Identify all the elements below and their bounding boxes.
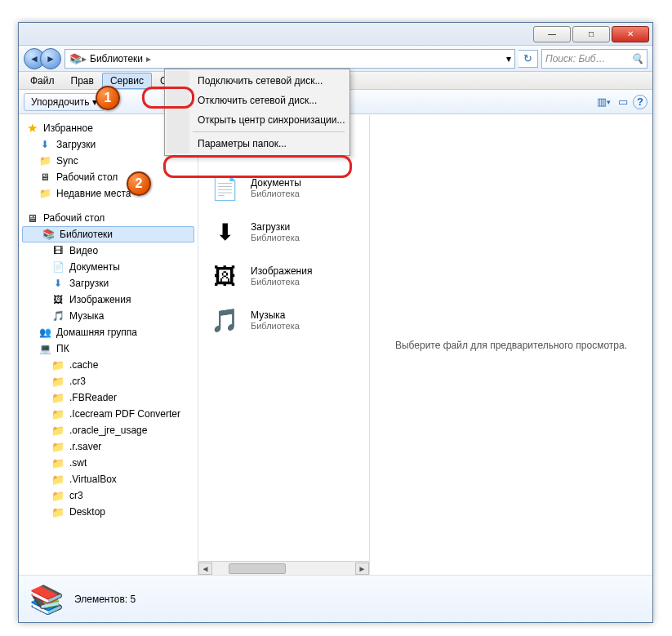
menu-edit[interactable]: Прав [63, 73, 102, 89]
help-button[interactable]: ? [633, 95, 648, 109]
item-sub: Библиотека [251, 189, 301, 198]
address-dropdown-icon[interactable]: ▾ [506, 53, 511, 64]
folder-icon [51, 424, 65, 437]
view-button[interactable]: ▥ ▾ [594, 93, 613, 111]
sidebar-item-libraries[interactable]: Библиотеки [22, 226, 194, 242]
menu-map-network-drive[interactable]: Подключить сетевой диск... [189, 71, 348, 91]
scroll-right-icon[interactable]: ► [355, 563, 369, 575]
titlebar: — □ ✕ [19, 23, 652, 46]
sidebar-item-recent[interactable]: Недавние места [19, 185, 198, 202]
download-icon [38, 138, 51, 151]
preview-text: Выберите файл для предварительного просм… [395, 340, 627, 351]
star-icon [25, 122, 38, 135]
folder-icon [38, 187, 51, 200]
sidebar-item-downloads2[interactable]: Загрузки [19, 275, 198, 291]
document-icon: 📄 [205, 171, 244, 205]
scroll-left-icon[interactable]: ◄ [198, 563, 212, 575]
menu-file[interactable]: Файл [22, 73, 63, 89]
download-icon: ⬇ [205, 215, 244, 249]
sidebar-item-pc[interactable]: ПК [19, 340, 198, 357]
folder-icon [51, 440, 65, 453]
breadcrumb[interactable]: Библиотеки [87, 53, 146, 64]
library-icon [42, 228, 55, 241]
folder-icon [51, 391, 65, 404]
content-pane: 🎞 ВидеоБиблиотека 📄 ДокументыБиблиотека … [198, 115, 370, 575]
menu-disconnect-network-drive[interactable]: Отключить сетевой диск... [189, 91, 348, 110]
search-input[interactable]: Поиск: Биб… 🔍 [541, 49, 648, 69]
menu-folder-options[interactable]: Параметры папок... [189, 134, 348, 153]
item-name: Музыка [251, 309, 300, 321]
image-icon: 🖼 [205, 259, 244, 293]
sidebar-item-folder[interactable]: .swt [19, 455, 198, 471]
service-dropdown: Подключить сетевой диск... Отключить сет… [164, 69, 350, 156]
marker-2: 2 [127, 171, 151, 196]
preview-pane-button[interactable]: ▭ [613, 93, 633, 111]
sidebar-item-folder[interactable]: cr3 [19, 487, 198, 504]
desktop-icon [25, 211, 38, 225]
homegroup-icon [38, 326, 51, 339]
horizontal-scrollbar[interactable]: ◄ ► [198, 561, 369, 575]
list-item[interactable]: ⬇ ЗагрузкиБиблиотека [202, 210, 366, 254]
scroll-thumb[interactable] [229, 563, 286, 574]
sidebar-item-folder[interactable]: .VirtualBox [19, 471, 198, 487]
list-item[interactable]: 📄 ДокументыБиблиотека [202, 166, 366, 210]
folder-icon [51, 358, 65, 371]
menu-open-sync-center[interactable]: Открыть центр синхронизации... [189, 110, 348, 130]
breadcrumb-sep: ▸ [146, 53, 151, 64]
item-name: Изображения [251, 265, 312, 277]
sidebar-item-folder[interactable]: .Icecream PDF Converter [19, 406, 198, 422]
preview-pane: Выберите файл для предварительного просм… [370, 115, 652, 575]
list-item[interactable]: 🎵 МузыкаБиблиотека [202, 298, 366, 342]
folder-icon [51, 489, 65, 502]
body: Избранное Загрузки Sync Рабочий стол Нед… [19, 114, 652, 575]
folder-icon [51, 456, 65, 469]
item-name: Документы [251, 177, 301, 189]
sidebar-item-folder[interactable]: .cache [19, 357, 198, 373]
item-name: Загрузки [251, 221, 300, 233]
sidebar-item-folder[interactable]: .oracle_jre_usage [19, 422, 198, 438]
document-icon [51, 260, 65, 274]
organize-label: Упорядочить [31, 96, 89, 108]
sidebar-item-homegroup[interactable]: Домашняя группа [19, 324, 198, 340]
menu-separator [193, 131, 345, 132]
sidebar-item-music[interactable]: Музыка [19, 308, 198, 324]
maximize-button[interactable]: □ [572, 26, 610, 42]
search-icon[interactable]: 🔍 [631, 53, 643, 64]
item-sub: Библиотека [251, 321, 300, 331]
forward-button[interactable]: ► [40, 48, 61, 69]
minimize-button[interactable]: — [533, 26, 571, 42]
library-icon: 📚 [27, 580, 66, 619]
organize-button[interactable]: Упорядочить ▾ [24, 93, 105, 111]
sidebar-item-folder[interactable]: Desktop [19, 504, 198, 520]
folder-icon [38, 154, 51, 167]
item-sub: Библиотека [251, 233, 300, 242]
details-bar: 📚 Элементов: 5 [19, 575, 652, 622]
sidebar-item-folder[interactable]: .FBReader [19, 389, 198, 406]
sidebar-item-desktop[interactable]: Рабочий стол [19, 169, 198, 185]
marker-1: 1 [96, 86, 120, 110]
folder-icon [51, 375, 65, 388]
folder-icon [51, 473, 65, 486]
sidebar-item-folder[interactable]: .cr3 [19, 373, 198, 389]
music-icon [51, 309, 65, 322]
refresh-button[interactable]: ↻ [518, 50, 538, 68]
search-placeholder: Поиск: Биб… [545, 53, 606, 64]
sidebar-item-documents[interactable]: Документы [19, 259, 198, 275]
close-button[interactable]: ✕ [612, 26, 649, 42]
sidebar-item-video[interactable]: Видео [19, 242, 198, 259]
desktop-title[interactable]: Рабочий стол [43, 212, 105, 224]
image-icon [51, 293, 65, 306]
favorites-title[interactable]: Избранное [43, 122, 93, 134]
folder-icon [51, 505, 65, 518]
item-sub: Библиотека [251, 277, 312, 287]
video-icon [51, 244, 65, 257]
folder-icon [51, 407, 65, 420]
list-item[interactable]: 🖼 ИзображенияБиблиотека [202, 254, 366, 298]
sidebar-item-images[interactable]: Изображения [19, 291, 198, 308]
address-bar[interactable]: ▸ Библиотеки ▸ ▾ [65, 49, 515, 69]
nav-sidebar: Избранное Загрузки Sync Рабочий стол Нед… [19, 115, 198, 575]
sidebar-item-folder[interactable]: .r.saver [19, 438, 198, 455]
item-count: Элементов: 5 [74, 594, 136, 605]
pc-icon [38, 342, 51, 355]
explorer-window: — □ ✕ ◄ ► ▸ Библиотеки ▸ ▾ ↻ Поиск: Биб…… [18, 22, 653, 623]
